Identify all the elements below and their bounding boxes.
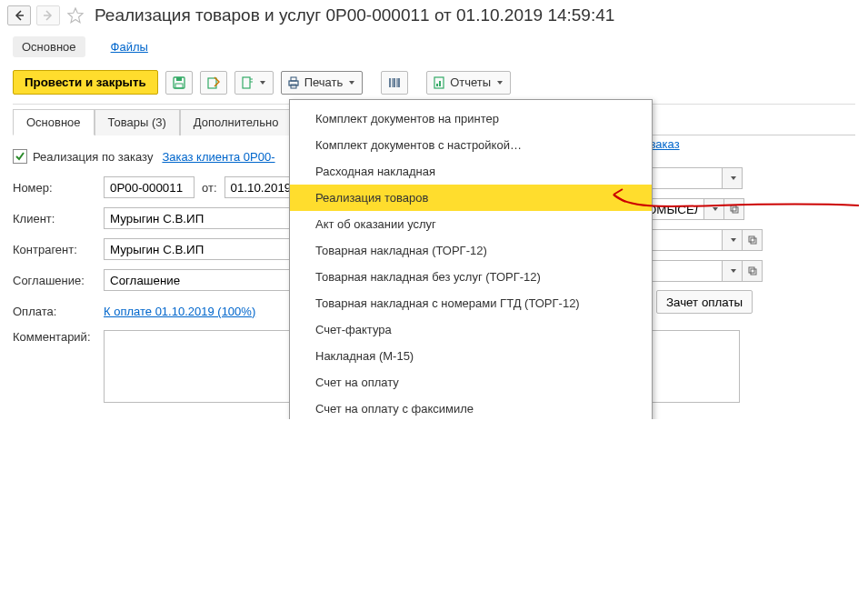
print-dropdown-menu: Комплект документов на принтер Комплект …	[289, 99, 653, 419]
counterparty-input[interactable]	[104, 238, 294, 260]
field2-dropdown-button[interactable]	[723, 260, 743, 282]
chevron-down-icon	[731, 269, 736, 273]
svg-rect-22	[749, 236, 754, 242]
reports-button-label: Отчеты	[450, 75, 491, 89]
chevron-down-icon	[731, 238, 736, 242]
field-input[interactable]	[641, 229, 723, 251]
nav-forward-button[interactable]	[36, 5, 60, 25]
number-input[interactable]	[104, 176, 195, 198]
menu-item[interactable]: Комплект документов на принтер	[290, 105, 652, 132]
favorite-star-icon[interactable]	[65, 5, 85, 25]
chevron-down-icon	[349, 81, 354, 85]
save-icon	[173, 76, 185, 89]
tab-additional[interactable]: Дополнительно	[180, 109, 293, 135]
chevron-down-icon	[731, 176, 736, 180]
menu-item[interactable]: Товарная накладная без услуг (ТОРГ-12)	[290, 264, 652, 290]
svg-rect-4	[175, 84, 183, 88]
by-order-checkbox[interactable]	[13, 149, 27, 164]
post-and-close-button[interactable]: Провести и закрыть	[13, 70, 158, 95]
nav-back-button[interactable]	[7, 5, 31, 25]
agreement-input[interactable]	[104, 269, 294, 291]
field2-input[interactable]	[641, 260, 723, 282]
barcode-icon	[388, 76, 401, 89]
agreement-label: Соглашение:	[13, 274, 104, 287]
client-label: Клиент:	[13, 212, 104, 225]
field2-open-button[interactable]	[743, 260, 763, 282]
edi-button[interactable]	[381, 71, 408, 95]
svg-rect-24	[749, 267, 754, 273]
offset-payment-button[interactable]: Зачет оплаты	[656, 290, 753, 314]
svg-rect-18	[436, 84, 438, 86]
warehouse-open-button[interactable]	[724, 198, 744, 220]
client-input[interactable]	[104, 207, 294, 229]
menu-item-highlighted[interactable]: Реализация товаров	[290, 185, 652, 211]
printer-icon	[287, 76, 300, 89]
field-dropdown-button[interactable]	[723, 229, 743, 251]
menu-item[interactable]: Расходная накладная	[290, 158, 652, 185]
svg-rect-6	[243, 77, 250, 88]
post-button[interactable]	[200, 71, 227, 95]
organization-dropdown-button[interactable]	[723, 167, 743, 189]
svg-rect-21	[733, 207, 738, 213]
subnav-main[interactable]: Основное	[13, 36, 85, 57]
check-icon	[15, 151, 25, 162]
menu-item[interactable]: Счет на оплату с факсимиле	[290, 396, 652, 419]
menu-item[interactable]: Товарная накладная с номерами ГТД (ТОРГ-…	[290, 290, 652, 316]
field-open-button[interactable]	[743, 229, 763, 251]
document-icon	[241, 76, 254, 89]
chevron-down-icon	[497, 81, 503, 85]
page-title: Реализация товаров и услуг 0Р00-000011 о…	[95, 5, 614, 25]
menu-item[interactable]: Комплект документов с настройкой…	[290, 132, 652, 158]
chevron-down-icon	[713, 207, 718, 211]
reports-button[interactable]: Отчеты	[426, 71, 511, 95]
open-icon	[748, 235, 757, 245]
tab-main[interactable]: Основное	[13, 109, 95, 135]
payment-label: Оплата:	[13, 305, 104, 318]
warehouse-dropdown-button[interactable]	[704, 198, 724, 220]
menu-item[interactable]: Счет-фактура	[290, 316, 652, 343]
open-icon	[730, 205, 739, 214]
arrow-right-icon	[43, 10, 54, 21]
save-button[interactable]	[165, 71, 193, 95]
by-order-label: Реализация по заказу	[33, 150, 153, 164]
print-button[interactable]: Печать	[281, 71, 364, 95]
from-label: от:	[202, 181, 217, 195]
svg-rect-19	[439, 81, 441, 86]
organization-input[interactable]	[641, 167, 723, 189]
payment-link[interactable]: К оплате 01.10.2019 (100%)	[104, 305, 255, 318]
svg-rect-3	[176, 77, 182, 81]
chevron-down-icon	[260, 81, 265, 85]
subnav-files[interactable]: Файлы	[102, 36, 157, 57]
menu-item[interactable]: Накладная (М-15)	[290, 343, 652, 369]
tab-goods[interactable]: Товары (3)	[95, 109, 180, 135]
comment-label: Комментарий:	[13, 330, 104, 344]
number-label: Номер:	[13, 181, 104, 195]
create-based-on-button[interactable]	[234, 71, 274, 95]
svg-rect-20	[731, 205, 736, 211]
arrow-left-icon	[14, 10, 25, 21]
counterparty-label: Контрагент:	[13, 243, 104, 256]
report-icon	[433, 76, 445, 89]
date-input[interactable]	[224, 176, 297, 198]
svg-rect-25	[751, 269, 756, 275]
svg-rect-23	[751, 238, 756, 244]
open-icon	[748, 266, 757, 275]
menu-item[interactable]: Акт об оказании услуг	[290, 211, 652, 237]
client-order-link[interactable]: Заказ клиента 0Р00-	[162, 150, 274, 164]
menu-item[interactable]: Товарная накладная (ТОРГ-12)	[290, 237, 652, 264]
menu-item[interactable]: Счет на оплату	[290, 369, 652, 396]
post-icon	[207, 76, 220, 89]
print-button-label: Печать	[304, 75, 344, 89]
